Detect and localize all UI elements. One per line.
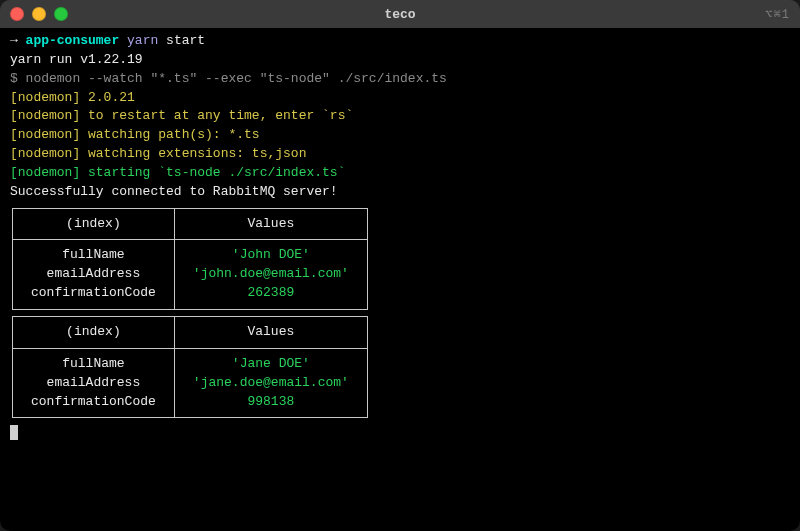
col-values: Values <box>174 208 367 240</box>
minimize-icon[interactable] <box>32 7 46 21</box>
cursor-line <box>10 424 790 443</box>
prompt-dir: app-consumer <box>26 33 120 48</box>
output-line: [nodemon] to restart at any time, enter … <box>10 107 790 126</box>
col-values: Values <box>174 316 367 348</box>
output-line: [nodemon] watching extensions: ts,json <box>10 145 790 164</box>
col-index: (index) <box>13 208 175 240</box>
prompt-subcommand: start <box>166 33 205 48</box>
nodemon-starting-cmd: `ts-node ./src/index.ts` <box>158 165 345 180</box>
col-index: (index) <box>13 316 175 348</box>
console-table-1: (index) Values fullName emailAddress con… <box>12 208 368 310</box>
dollar-sign: $ <box>10 71 26 86</box>
output-line: [nodemon] watching path(s): *.ts <box>10 126 790 145</box>
table-header-row: (index) Values <box>13 316 368 348</box>
prompt-command: yarn <box>127 33 158 48</box>
output-line: [nodemon] 2.0.21 <box>10 89 790 108</box>
close-icon[interactable] <box>10 7 24 21</box>
cell-values: 'Jane DOE' 'jane.doe@email.com' 998138 <box>174 348 367 418</box>
output-line: Successfully connected to RabbitMQ serve… <box>10 183 790 202</box>
terminal-viewport[interactable]: → app-consumer yarn start yarn run v1.22… <box>0 28 800 531</box>
nodemon-starting: [nodemon] starting <box>10 165 158 180</box>
console-table-2: (index) Values fullName emailAddress con… <box>12 316 368 418</box>
cell-keys: fullName emailAddress confirmationCode <box>13 240 175 310</box>
traffic-lights <box>10 7 68 21</box>
cell-keys: fullName emailAddress confirmationCode <box>13 348 175 418</box>
cursor-icon <box>10 425 18 440</box>
window-shortcut: ⌥⌘1 <box>765 7 790 22</box>
window-titlebar: teco ⌥⌘1 <box>0 0 800 28</box>
zoom-icon[interactable] <box>54 7 68 21</box>
output-line: yarn run v1.22.19 <box>10 51 790 70</box>
cell-values: 'John DOE' 'john.doe@email.com' 262389 <box>174 240 367 310</box>
table-row: fullName emailAddress confirmationCode '… <box>13 240 368 310</box>
table-header-row: (index) Values <box>13 208 368 240</box>
prompt-arrow: → <box>10 33 26 48</box>
nodemon-cmd: nodemon --watch "*.ts" --exec "ts-node" … <box>26 71 447 86</box>
table-row: fullName emailAddress confirmationCode '… <box>13 348 368 418</box>
prompt-line: → app-consumer yarn start <box>10 32 790 51</box>
output-line: $ nodemon --watch "*.ts" --exec "ts-node… <box>10 70 790 89</box>
output-line: [nodemon] starting `ts-node ./src/index.… <box>10 164 790 183</box>
window-title: teco <box>0 7 800 22</box>
